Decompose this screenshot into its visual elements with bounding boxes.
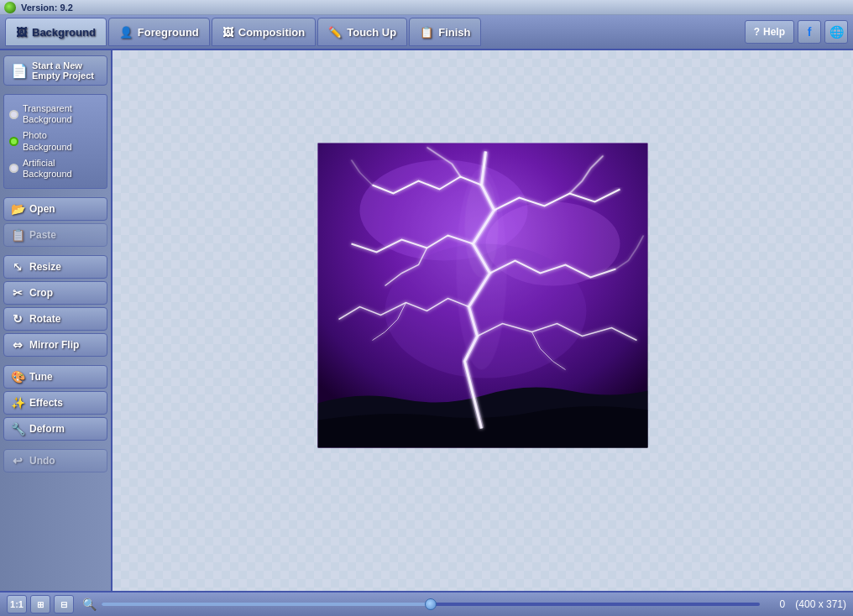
deform-button[interactable]: 🔧 Deform xyxy=(3,417,107,441)
zoom-value: 0 xyxy=(768,598,785,610)
crop-icon: ✂ xyxy=(11,286,24,300)
crop-button[interactable]: ✂ Crop xyxy=(3,281,107,305)
zoom-grid-button[interactable]: ⊞ xyxy=(30,595,50,613)
title-bar: Version: 9.2 xyxy=(0,0,853,15)
tab-touchup-label: Touch Up xyxy=(347,26,396,39)
radio-artificial[interactable]: ArtificialBackground xyxy=(9,158,102,180)
app-icon xyxy=(4,2,16,13)
tab-composition[interactable]: 🖼 Composition xyxy=(212,18,316,46)
tune-icon: 🎨 xyxy=(11,370,24,384)
mirror-icon: ⇔ xyxy=(11,338,24,352)
radio-artificial-label: ArtificialBackground xyxy=(23,158,72,180)
rotate-icon: ↻ xyxy=(11,312,24,326)
bottom-bar: 1:1 ⊞ ⊟ 🔍 0 (400 x 371) xyxy=(0,591,853,616)
radio-photo[interactable]: PhotoBackground xyxy=(9,130,102,152)
mirror-label: Mirror Flip xyxy=(29,339,79,351)
version-label: Version: 9.2 xyxy=(21,3,73,13)
tab-foreground-icon: 👤 xyxy=(119,26,133,39)
mirror-flip-button[interactable]: ⇔ Mirror Flip xyxy=(3,333,107,357)
tab-foreground-label: Foreground xyxy=(138,26,199,39)
zoom-grid2-icon: ⊟ xyxy=(60,600,67,609)
radio-transparent[interactable]: TransparentBackground xyxy=(9,103,102,125)
lightning-svg xyxy=(318,144,648,448)
zoom-slider-track[interactable] xyxy=(102,603,760,606)
tab-touchup-icon: ✏️ xyxy=(328,26,342,39)
help-area: ? Help f 🌐 xyxy=(745,20,848,44)
rotate-button[interactable]: ↻ Rotate xyxy=(3,307,107,331)
deform-label: Deform xyxy=(29,423,65,435)
resize-button[interactable]: ⤡ Resize xyxy=(3,255,107,279)
open-label: Open xyxy=(29,203,55,215)
undo-button[interactable]: ↩ Undo xyxy=(3,449,107,472)
tune-label: Tune xyxy=(29,371,53,383)
tab-composition-label: Composition xyxy=(238,26,305,39)
web-button[interactable]: 🌐 xyxy=(824,20,848,44)
tune-button[interactable]: 🎨 Tune xyxy=(3,365,107,389)
canvas-image-container xyxy=(318,144,648,448)
radio-transparent-indicator xyxy=(9,110,18,119)
zoom-magnifier-icon: 🔍 xyxy=(82,598,97,611)
zoom-slider-thumb[interactable] xyxy=(425,598,437,610)
help-icon: ? xyxy=(754,26,760,38)
radio-photo-label: PhotoBackground xyxy=(23,130,72,152)
radio-transparent-label: TransparentBackground xyxy=(23,103,72,125)
zoom-fit-button[interactable]: 1:1 xyxy=(7,595,27,613)
tab-background-icon: 🖼 xyxy=(16,26,27,39)
paste-label: Paste xyxy=(29,229,56,241)
effects-icon: ✨ xyxy=(11,396,24,410)
undo-icon: ↩ xyxy=(11,454,24,467)
facebook-button[interactable]: f xyxy=(798,20,821,44)
sidebar: 📄 Start a New Empty Project TransparentB… xyxy=(0,50,113,591)
resize-label: Resize xyxy=(29,261,61,273)
tab-finish-label: Finish xyxy=(438,26,470,39)
new-project-icon: 📄 xyxy=(11,63,28,79)
tab-background[interactable]: 🖼 Background xyxy=(5,18,107,46)
svg-point-5 xyxy=(465,177,499,278)
tab-finish-icon: 📋 xyxy=(420,26,433,39)
paste-button[interactable]: 📋 Paste xyxy=(3,223,107,247)
tab-bar: 🖼 Background 👤 Foreground 🖼 Composition … xyxy=(0,15,853,50)
effects-label: Effects xyxy=(29,397,63,409)
tab-composition-icon: 🖼 xyxy=(222,26,233,39)
effects-button[interactable]: ✨ Effects xyxy=(3,391,107,415)
new-project-button[interactable]: 📄 Start a New Empty Project xyxy=(3,55,107,86)
deform-icon: 🔧 xyxy=(11,422,24,436)
tab-touchup[interactable]: ✏️ Touch Up xyxy=(317,18,407,46)
zoom-fit-icon: 1:1 xyxy=(10,599,24,609)
facebook-icon: f xyxy=(808,25,812,39)
crop-label: Crop xyxy=(29,287,53,299)
zoom-grid-icon: ⊞ xyxy=(37,600,44,609)
radio-photo-indicator xyxy=(9,137,18,146)
background-options-section: TransparentBackground PhotoBackground Ar… xyxy=(3,94,107,189)
background-radio-group: TransparentBackground PhotoBackground Ar… xyxy=(9,100,102,183)
paste-icon: 📋 xyxy=(11,228,24,242)
help-label: Help xyxy=(763,26,785,38)
main-content: 📄 Start a New Empty Project TransparentB… xyxy=(0,50,853,591)
open-icon: 📂 xyxy=(11,202,24,216)
open-button[interactable]: 📂 Open xyxy=(3,197,107,221)
canvas-area xyxy=(113,50,853,591)
undo-label: Undo xyxy=(29,455,55,467)
zoom-slider-fill xyxy=(102,603,431,606)
image-size: (400 x 371) xyxy=(795,598,846,610)
resize-icon: ⤡ xyxy=(11,260,24,274)
zoom-grid2-button[interactable]: ⊟ xyxy=(54,595,74,613)
tab-finish[interactable]: 📋 Finish xyxy=(409,18,481,46)
rotate-label: Rotate xyxy=(29,313,60,325)
tab-background-label: Background xyxy=(32,26,96,39)
web-icon: 🌐 xyxy=(829,25,844,39)
new-project-label: Start a New Empty Project xyxy=(32,60,94,81)
tab-foreground[interactable]: 👤 Foreground xyxy=(108,18,210,46)
radio-artificial-indicator xyxy=(9,164,18,173)
zoom-slider-area: 🔍 xyxy=(82,598,760,611)
canvas-image xyxy=(318,144,648,448)
help-button[interactable]: ? Help xyxy=(745,20,794,44)
